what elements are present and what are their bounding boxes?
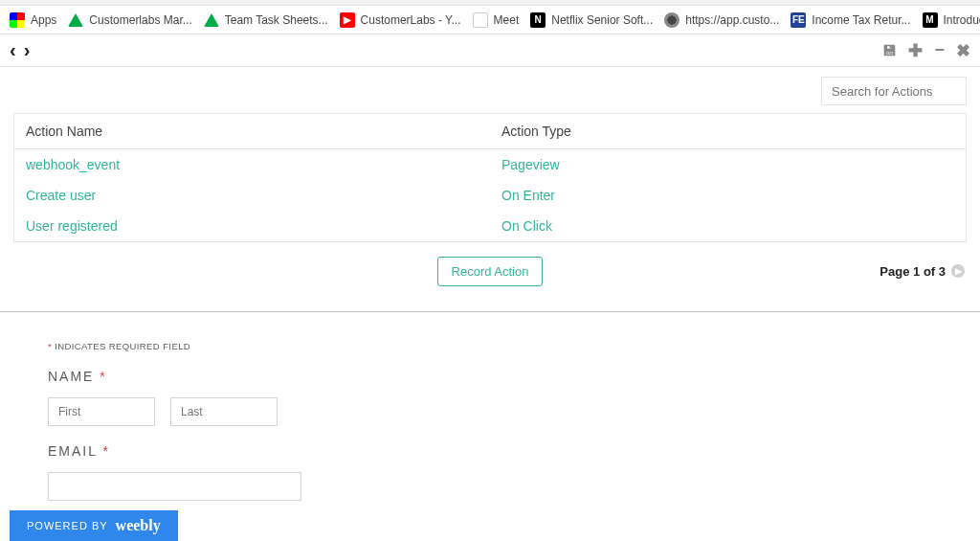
email-label: EMAIL * [48,443,932,459]
bookmark-app-custo[interactable]: https://app.custo... [660,11,783,30]
bookmark-customerlabs-yt[interactable]: ▶ CustomerLabs - Y... [336,11,465,30]
contact-form: * INDICATES REQUIRED FIELD NAME * EMAIL … [0,312,980,541]
actions-table: Action Name Action Type webhook_event Pa… [13,113,967,242]
bookmark-income-tax[interactable]: FE Income Tax Retur... [787,11,914,30]
bookmark-label: Introducing PayPa... [944,13,981,27]
bookmarks-bar: Apps Customerlabs Mar... Team Task Sheet… [0,6,980,34]
column-action-name: Action Name [14,114,491,149]
column-action-type: Action Type [490,114,967,149]
close-icon[interactable]: ✖ [956,40,970,61]
bookmark-label: Team Task Sheets... [225,13,328,27]
bookmark-netflix[interactable]: N Netflix Senior Soft... [526,11,657,30]
meet-icon [473,12,488,28]
nav-forward-icon[interactable]: › [24,39,31,61]
netflix-icon: N [530,12,546,28]
record-action-button[interactable]: Record Action [437,257,544,286]
bookmark-label: https://app.custo... [685,13,779,27]
drive-icon [204,13,219,27]
table-row: User registered On Click [14,211,967,242]
apps-grid-icon [10,12,25,28]
action-type-link[interactable]: On Enter [501,188,555,203]
save-icon[interactable]: 💾︎ [882,42,897,58]
panel-toolbar: ‹ › 💾︎ ✚ − ✖ [0,34,980,67]
bookmark-label: Income Tax Retur... [812,13,910,27]
bookmark-paypal[interactable]: M Introducing PayPa... [919,11,981,30]
bookmark-label: Netflix Senior Soft... [551,13,653,27]
action-type-link[interactable]: On Click [501,218,552,234]
table-row: Create user On Enter [14,180,967,211]
nav-back-icon[interactable]: ‹ [10,39,16,61]
bookmark-label: Meet [494,13,520,27]
bookmark-customerlabs-mar[interactable]: Customerlabs Mar... [64,11,195,29]
weebly-powered-label: POWERED BY [27,520,108,531]
action-name-link[interactable]: webhook_event [26,157,120,172]
email-input[interactable] [48,472,301,501]
name-label: NAME * [48,369,932,384]
bookmark-meet[interactable]: Meet [469,11,523,30]
action-type-link[interactable]: Pageview [501,157,560,172]
pagination-next-icon[interactable]: ▶ [951,264,965,278]
move-icon[interactable]: ✚ [908,40,923,61]
bookmark-label: CustomerLabs - Y... [361,13,461,27]
fe-icon: FE [791,12,806,28]
pagination-label: Page 1 of 3 [880,264,946,279]
weebly-badge[interactable]: POWERED BY weebly [10,510,178,541]
last-name-input[interactable] [170,397,278,426]
bookmark-team-task[interactable]: Team Task Sheets... [200,11,332,29]
action-name-link[interactable]: Create user [26,188,96,203]
comment-label: COMMENT * [48,518,932,533]
youtube-icon: ▶ [340,12,355,28]
first-name-input[interactable] [48,397,155,426]
minimize-icon[interactable]: − [934,40,945,60]
globe-icon [664,12,679,28]
bookmark-apps-label: Apps [31,13,56,27]
table-row: webhook_event Pageview [14,149,967,181]
bookmark-label: Customerlabs Mar... [89,13,191,27]
drive-icon [68,13,83,27]
bookmark-apps[interactable]: Apps [6,11,60,30]
weebly-logo: weebly [116,517,161,534]
medium-icon: M [923,12,938,28]
required-field-note: * INDICATES REQUIRED FIELD [48,341,932,351]
action-name-link[interactable]: User registered [26,218,118,234]
search-actions-input[interactable] [821,77,967,105]
